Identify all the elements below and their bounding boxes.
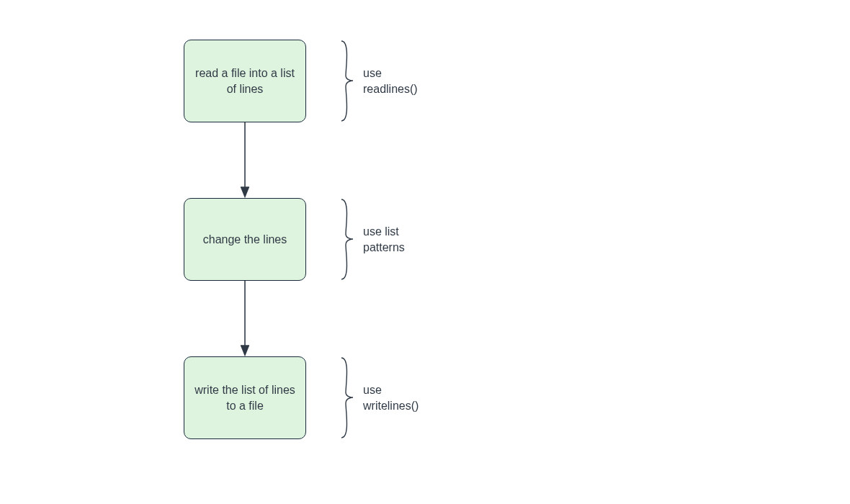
flow-step-write: write the list of lines to a file	[184, 356, 306, 439]
flow-annotation-change: use list patterns	[339, 198, 405, 281]
diagram-canvas: read a file into a list of lines use rea…	[0, 0, 850, 504]
flow-annotation-write: use writelines()	[339, 356, 419, 439]
flow-annotation-read: use readlines()	[339, 40, 418, 122]
flow-arrows	[0, 0, 850, 504]
flow-step-change: change the lines	[184, 198, 306, 281]
brace-icon	[339, 40, 356, 122]
brace-icon	[339, 356, 356, 439]
flow-annotation-label: use readlines()	[363, 66, 418, 96]
flow-step-read: read a file into a list of lines	[184, 40, 306, 122]
brace-icon	[339, 198, 356, 281]
flow-step-label: change the lines	[203, 232, 287, 248]
flow-step-label: read a file into a list of lines	[194, 66, 295, 96]
flow-step-label: write the list of lines to a file	[194, 382, 295, 413]
flow-annotation-label: use writelines()	[363, 382, 419, 413]
flow-annotation-label: use list patterns	[363, 224, 405, 255]
